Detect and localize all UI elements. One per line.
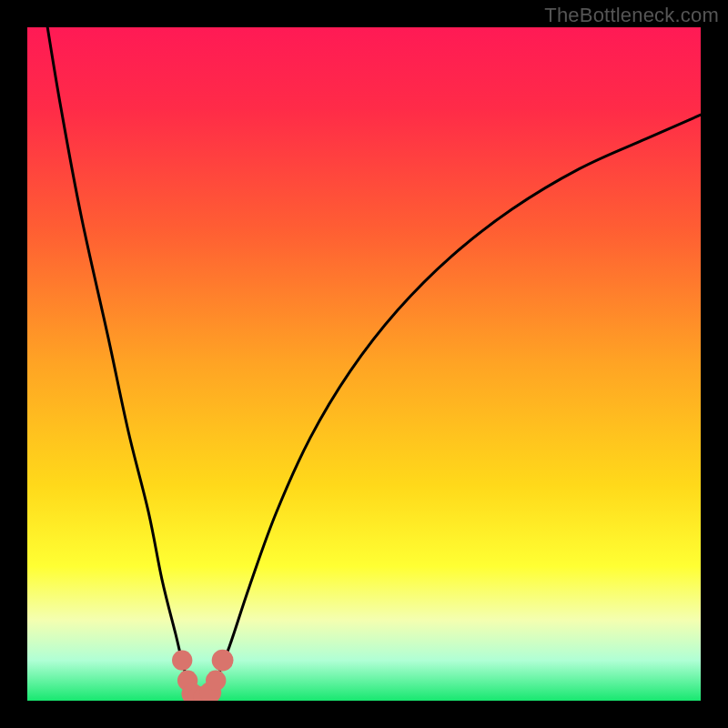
marker-dot [172, 650, 192, 670]
chart-svg [27, 27, 701, 701]
marker-dot [212, 650, 234, 672]
gradient-background [27, 27, 701, 701]
plot-area [27, 27, 701, 701]
chart-frame: TheBottleneck.com [0, 0, 728, 728]
watermark-text: TheBottleneck.com [544, 4, 719, 27]
marker-dot [206, 671, 226, 691]
